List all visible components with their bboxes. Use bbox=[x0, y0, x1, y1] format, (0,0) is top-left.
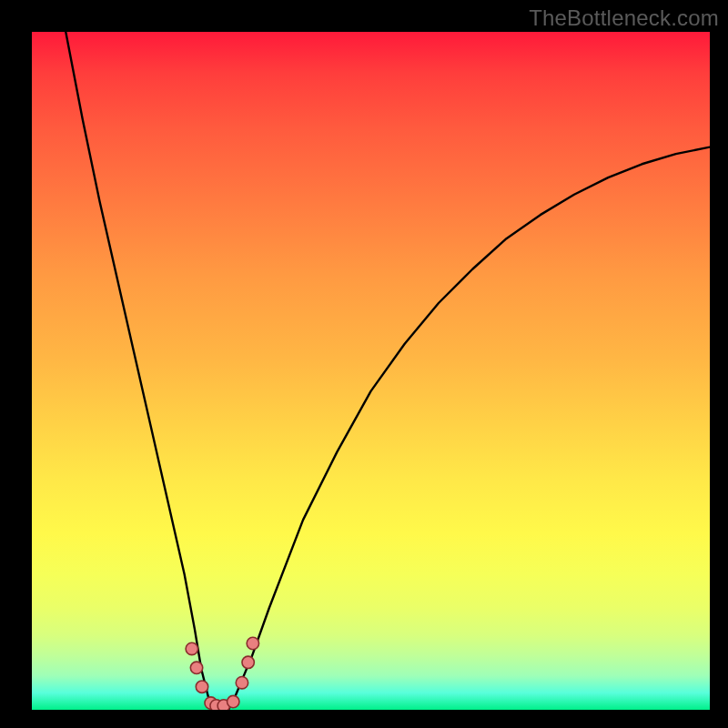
watermark-text: TheBottleneck.com bbox=[529, 5, 719, 31]
marker-dot bbox=[228, 695, 239, 707]
marker-dot bbox=[190, 662, 202, 673]
marker-dot bbox=[186, 642, 197, 654]
marker-dot bbox=[236, 676, 248, 688]
marker-dot bbox=[247, 637, 258, 649]
marker-layer bbox=[32, 32, 710, 710]
marker-dot bbox=[242, 656, 254, 668]
marker-group bbox=[186, 637, 258, 710]
plot-area bbox=[32, 32, 710, 710]
chart-frame: TheBottleneck.com bbox=[0, 0, 728, 728]
marker-dot bbox=[196, 681, 207, 693]
